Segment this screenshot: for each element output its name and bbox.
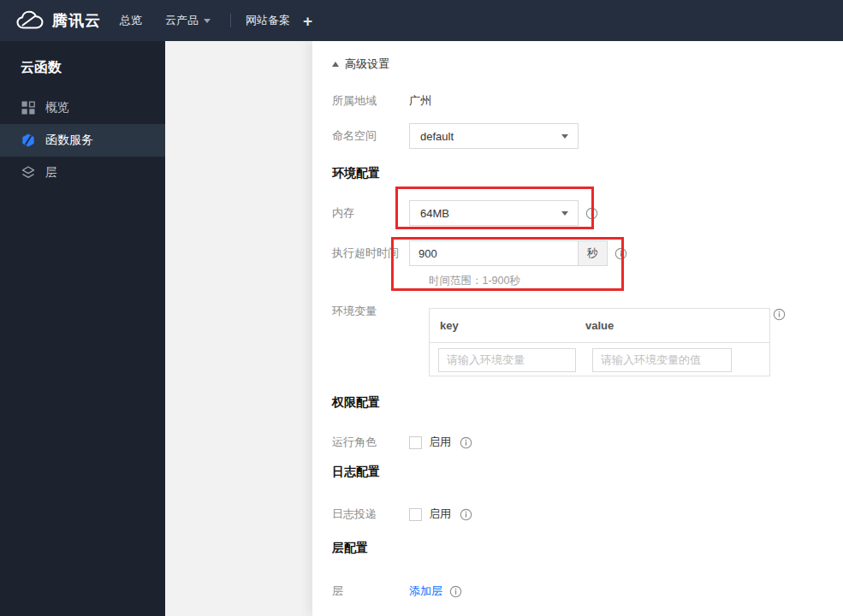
env-vars-table-row [430,343,769,376]
region-row: 所属地域 广州 [332,88,431,114]
env-value-input[interactable] [592,348,732,372]
namespace-label: 命名空间 [332,128,409,144]
section-header-permission: 权限配置 [332,395,380,411]
timeout-range-hint: 时间范围：1-900秒 [429,274,520,288]
add-tab-button[interactable]: + [303,13,312,29]
memory-row: 内存 64MB [332,200,598,226]
scf-hexagon-icon [21,133,36,148]
chevron-down-icon [204,19,211,23]
env-key-header: key [430,319,585,332]
run-role-enable-label: 启用 [429,435,451,450]
run-role-label: 运行角色 [332,435,409,450]
run-role-checkbox[interactable] [409,436,422,449]
triangle-up-icon [332,62,339,67]
layer-label: 层 [332,583,409,599]
log-delivery-checkbox[interactable] [409,508,422,521]
region-value: 广州 [409,93,431,109]
log-delivery-info-icon[interactable] [460,508,472,521]
env-vars-label: 环境变量 [332,304,409,319]
nav-icp-filing[interactable]: 网站备案 [246,13,290,28]
timeout-label: 执行超时时间 [332,246,409,261]
namespace-row: 命名空间 default [332,123,579,149]
topbar-nav: 总览 云产品 网站备案 + [120,13,312,29]
nav-cloud-products[interactable]: 云产品 [165,13,211,28]
memory-select[interactable]: 64MB [409,200,579,226]
sidebar-item-layers[interactable]: 层 [0,157,165,189]
sidebar-item-label: 概览 [45,100,69,116]
run-role-info-icon[interactable] [460,436,472,449]
sidebar-item-function-service[interactable]: 函数服务 [0,124,165,157]
timeout-info-icon[interactable] [614,247,627,260]
topbar: 腾讯云 总览 云产品 网站备案 + [0,0,843,41]
advanced-settings-label: 高级设置 [345,56,389,72]
env-key-input[interactable] [438,348,576,372]
add-layer-link[interactable]: 添加层 [409,583,442,599]
sidebar-title: 云函数 [0,41,165,77]
timeout-input[interactable] [409,240,579,266]
brand[interactable]: 腾讯云 [0,9,101,32]
sidebar-item-overview[interactable]: 概览 [0,92,165,124]
nav-divider [230,14,231,27]
memory-label: 内存 [332,205,409,221]
tencent-cloud-logo-icon [15,9,45,32]
timeout-unit-addon: 秒 [579,240,608,266]
log-delivery-enable-label: 启用 [429,506,451,522]
section-header-log: 日志配置 [332,465,380,480]
brand-name: 腾讯云 [52,10,101,31]
section-header-environment: 环境配置 [332,166,380,181]
add-layer-info-icon[interactable] [449,585,462,598]
env-vars-table-header: key value [430,309,769,343]
memory-selected-value: 64MB [420,207,449,220]
nav-overview[interactable]: 总览 [120,13,142,28]
log-delivery-label: 日志投递 [332,506,409,522]
settings-panel: 高级设置 所属地域 广州 命名空间 default 环境配置 内存 64MB [312,41,843,616]
layers-icon [21,165,36,181]
namespace-select[interactable]: default [409,123,579,149]
timeout-row: 执行超时时间 秒 [332,240,627,266]
sidebar-item-label: 函数服务 [45,133,93,148]
sidebar-item-label: 层 [45,165,57,181]
env-vars-table: key value [429,308,770,376]
log-delivery-row: 日志投递 启用 [332,501,472,527]
layer-row: 层 添加层 [332,578,462,604]
sidebar: 云函数 概览 函数服务 [0,41,165,616]
env-value-header: value [585,319,614,332]
memory-info-icon[interactable] [585,207,598,220]
advanced-settings-toggle[interactable]: 高级设置 [332,56,389,72]
namespace-selected-value: default [420,130,454,143]
region-label: 所属地域 [332,93,409,109]
grid-icon [21,100,36,116]
env-vars-info-icon[interactable] [773,308,786,321]
chevron-down-icon [561,211,568,216]
sidebar-menu: 概览 函数服务 层 [0,92,165,189]
section-header-layer: 层配置 [332,541,368,556]
env-vars-label-row: 环境变量 [332,304,409,319]
chevron-down-icon [561,134,568,139]
run-role-row: 运行角色 启用 [332,429,472,455]
